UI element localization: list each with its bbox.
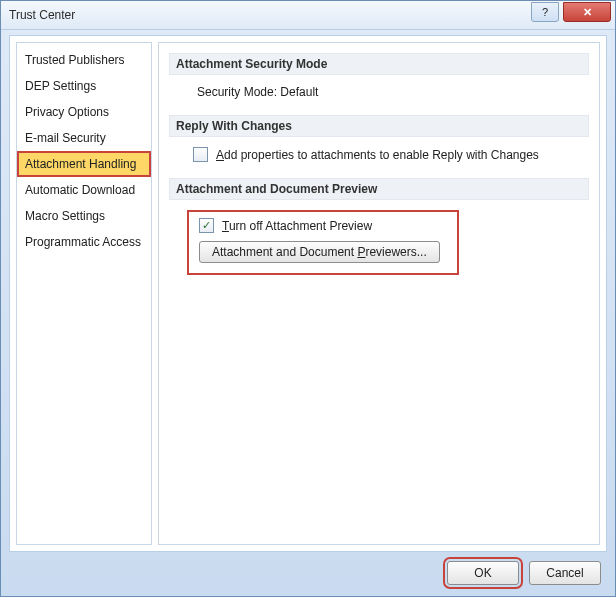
- ok-button[interactable]: OK: [447, 561, 519, 585]
- help-icon: ?: [542, 6, 548, 18]
- sidebar-item-programmatic-access[interactable]: Programmatic Access: [17, 229, 151, 255]
- reply-changes-label: Add properties to attachments to enable …: [216, 148, 539, 162]
- turnoff-preview-label: Turn off Attachment Preview: [222, 219, 372, 233]
- previewers-button[interactable]: Attachment and Document Previewers...: [199, 241, 440, 263]
- sidebar-item-automatic-download[interactable]: Automatic Download: [17, 177, 151, 203]
- section-heading-preview: Attachment and Document Preview: [169, 178, 589, 200]
- security-mode-value: Security Mode: Default: [169, 85, 589, 99]
- help-button[interactable]: ?: [531, 2, 559, 22]
- turnoff-preview-checkbox[interactable]: ✓: [199, 218, 214, 233]
- trust-center-window: Trust Center ? ✕ Trusted Publishers DEP …: [0, 0, 616, 597]
- sidebar-item-trusted-publishers[interactable]: Trusted Publishers: [17, 47, 151, 73]
- sidebar: Trusted Publishers DEP Settings Privacy …: [16, 42, 152, 545]
- sidebar-item-privacy-options[interactable]: Privacy Options: [17, 99, 151, 125]
- preview-highlight-group: ✓ Turn off Attachment Preview Attachment…: [187, 210, 459, 275]
- sidebar-item-email-security[interactable]: E-mail Security: [17, 125, 151, 151]
- reply-changes-checkbox[interactable]: [193, 147, 208, 162]
- dialog-footer: OK Cancel: [9, 558, 607, 588]
- window-title: Trust Center: [1, 8, 75, 22]
- check-icon: ✓: [202, 219, 211, 232]
- titlebar-buttons: ? ✕: [531, 2, 611, 22]
- sidebar-item-macro-settings[interactable]: Macro Settings: [17, 203, 151, 229]
- section-heading-security-mode: Attachment Security Mode: [169, 53, 589, 75]
- sidebar-item-attachment-handling[interactable]: Attachment Handling: [17, 151, 151, 177]
- turnoff-preview-row: ✓ Turn off Attachment Preview: [199, 218, 447, 233]
- reply-changes-row: Add properties to attachments to enable …: [169, 147, 589, 162]
- dialog-body: Trusted Publishers DEP Settings Privacy …: [9, 35, 607, 552]
- content-pane: Attachment Security Mode Security Mode: …: [158, 42, 600, 545]
- close-button[interactable]: ✕: [563, 2, 611, 22]
- sidebar-item-dep-settings[interactable]: DEP Settings: [17, 73, 151, 99]
- cancel-button[interactable]: Cancel: [529, 561, 601, 585]
- titlebar: Trust Center ? ✕: [1, 1, 615, 30]
- close-icon: ✕: [583, 6, 592, 19]
- section-heading-reply-changes: Reply With Changes: [169, 115, 589, 137]
